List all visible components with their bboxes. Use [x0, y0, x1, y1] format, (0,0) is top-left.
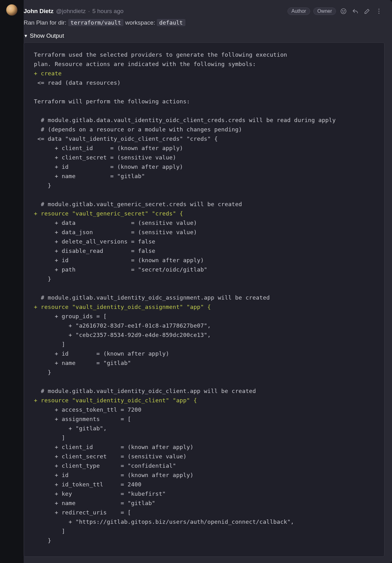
code-line: }	[34, 369, 51, 376]
code-line: + name = "gitlab"	[34, 360, 131, 366]
code-line: + "cebc2357-8534-92d9-e4de-859dc200ce13"…	[34, 332, 211, 338]
code-line: + client_id = (known after apply)	[34, 444, 194, 450]
time-ago[interactable]: 5 hours ago	[92, 8, 124, 15]
code-line: # (depends on a resource or a module wit…	[34, 126, 242, 133]
code-line: Terraform will perform the following act…	[34, 98, 190, 105]
owner-badge: Owner	[313, 7, 336, 15]
code-line: + create	[34, 70, 62, 77]
code-line: + group_ids = [	[34, 313, 107, 319]
header-actions: Author Owner	[287, 7, 383, 16]
code-line: + access_token_ttl = 7200	[34, 406, 142, 413]
run-prefix: Ran Plan for dir:	[24, 19, 68, 26]
code-line: + client_id = (known after apply)	[34, 145, 183, 151]
code-line: ]	[34, 434, 65, 441]
code-line: + client_secret = (sensitive value)	[34, 453, 187, 460]
code-line: + data_json = (sensitive value)	[34, 229, 197, 235]
avatar[interactable]	[6, 4, 17, 16]
code-line: + id = (known after apply)	[34, 163, 183, 170]
svg-point-5	[379, 13, 380, 14]
code-line: <= read (data resources)	[34, 79, 121, 86]
code-line: # module.gitlab.vault_generic_secret.cre…	[34, 201, 242, 207]
author-handle[interactable]: @johndietz	[56, 8, 86, 15]
code-line: }	[34, 182, 51, 189]
more-icon[interactable]	[375, 7, 383, 16]
code-line: + assignments = [	[34, 416, 131, 422]
code-line: }	[34, 276, 51, 282]
code-line: + disable_read = false	[34, 248, 155, 254]
svg-point-3	[379, 9, 380, 10]
code-line: + name = "gitlab"	[34, 173, 145, 179]
code-line: }	[34, 537, 51, 544]
code-line: # module.gitlab.vault_identity_oidc_clie…	[34, 388, 256, 394]
reply-icon[interactable]	[351, 7, 360, 16]
code-line: + key = "kubefirst"	[34, 490, 166, 497]
toggle-label: Show Output	[30, 32, 64, 39]
terraform-output[interactable]: Terraform used the selected providers to…	[24, 42, 385, 557]
svg-point-1	[343, 10, 343, 11]
code-line: + "a2616702-83d7-ee1f-01c8-a1778627be07"…	[34, 322, 211, 329]
code-line: + id = (known after apply)	[34, 472, 194, 478]
comment-card: John Dietz @johndietz · 5 hours ago Auth…	[0, 0, 392, 563]
code-line: Plan: 3 to add, 0 to change, 0 to destro…	[34, 556, 180, 557]
code-line: + resource "vault_identity_oidc_assignme…	[34, 304, 211, 310]
code-line: + path = "secret/oidc/gitlab"	[34, 266, 208, 273]
code-line: + id = (known after apply)	[34, 257, 204, 263]
code-line: <= data "vault_identity_oidc_client_cred…	[34, 135, 218, 142]
run-mid: workspace:	[124, 19, 157, 26]
show-output-toggle[interactable]: ▼ Show Output	[24, 32, 385, 39]
code-line: ]	[34, 528, 65, 534]
code-line: + data = (sensitive value)	[34, 220, 197, 226]
author-badge: Author	[287, 7, 310, 15]
comment-content: John Dietz @johndietz · 5 hours ago Auth…	[24, 0, 392, 563]
dir-chip: terraform/vault	[68, 19, 124, 26]
edit-icon[interactable]	[363, 7, 371, 16]
workspace-chip: default	[157, 19, 185, 26]
code-line: plan. Resource actions are indicated wit…	[34, 61, 256, 67]
code-line: + resource "vault_identity_oidc_client" …	[34, 397, 197, 404]
svg-point-0	[341, 9, 346, 14]
caret-down-icon: ▼	[24, 33, 28, 38]
code-line: + "https://gitlab.gitops.biz/users/auth/…	[34, 518, 294, 525]
svg-point-2	[344, 10, 344, 11]
svg-point-4	[379, 11, 380, 12]
code-line: + id = (known after apply)	[34, 350, 169, 357]
code-line: + name = "gitlab"	[34, 500, 155, 506]
code-line: # module.gitlab.data.vault_identity_oidc…	[34, 117, 336, 123]
author-name[interactable]: John Dietz	[24, 8, 54, 15]
author-meta: John Dietz @johndietz · 5 hours ago	[24, 8, 124, 15]
code-line: + redirect_uris = [	[34, 509, 131, 516]
code-line: # module.gitlab.vault_identity_oidc_assi…	[34, 294, 270, 301]
code-line: + client_type = "confidential"	[34, 462, 176, 469]
code-line: + delete_all_versions = false	[34, 238, 155, 245]
code-line: Terraform used the selected providers to…	[34, 51, 287, 58]
code-line: + id_token_ttl = 2400	[34, 481, 142, 488]
timeline-gutter	[0, 0, 24, 563]
code-line: + resource "vault_generic_secret" "creds…	[34, 210, 183, 217]
code-line: ]	[34, 341, 65, 348]
comment-header: John Dietz @johndietz · 5 hours ago Auth…	[24, 7, 385, 16]
run-summary: Ran Plan for dir: terraform/vault worksp…	[24, 19, 385, 26]
code-line: + client_secret = (sensitive value)	[34, 154, 176, 161]
separator-dot: ·	[88, 8, 90, 15]
emoji-icon[interactable]	[339, 7, 348, 16]
code-line: + "gitlab",	[34, 425, 107, 432]
